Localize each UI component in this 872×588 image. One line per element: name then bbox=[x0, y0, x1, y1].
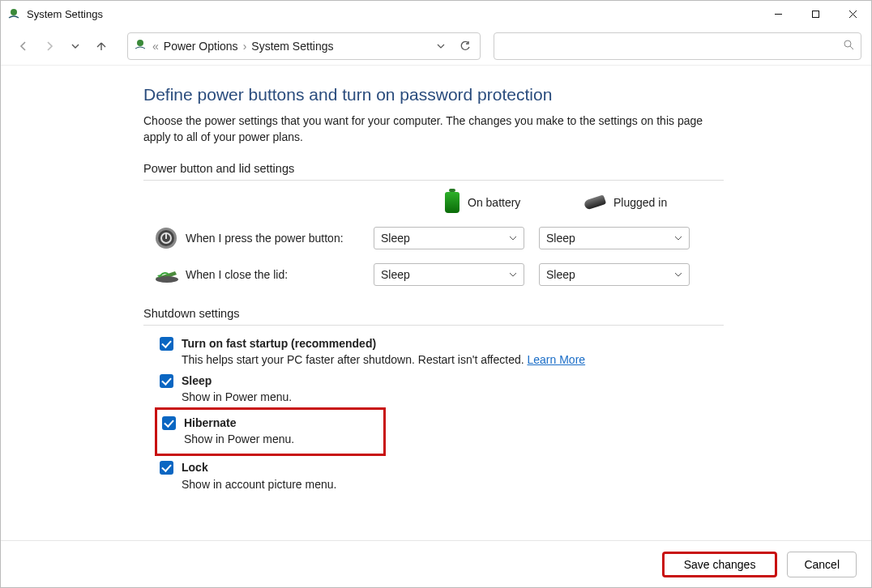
save-button[interactable]: Save changes bbox=[662, 552, 778, 577]
on-battery-label: On battery bbox=[468, 196, 520, 209]
toolbar: « Power Options › System Settings bbox=[1, 27, 871, 66]
svg-point-0 bbox=[11, 9, 17, 15]
svg-rect-2 bbox=[812, 11, 819, 17]
chevron-down-icon bbox=[674, 271, 682, 279]
hibernate-title: Hibernate bbox=[184, 416, 237, 429]
fast-startup-item: Turn on fast startup (recommended)This h… bbox=[160, 332, 724, 370]
hibernate-desc: Show in Power menu. bbox=[184, 432, 294, 445]
power-button-label: When I press the power button: bbox=[186, 232, 374, 245]
plugged-in-label: Plugged in bbox=[613, 196, 667, 209]
breadcrumb-current[interactable]: System Settings bbox=[251, 40, 333, 53]
recent-dropdown[interactable] bbox=[64, 35, 87, 58]
lid-row: When I close the lid: Sleep Sleep bbox=[143, 257, 724, 292]
fast-startup-desc: This helps start your PC faster after sh… bbox=[182, 353, 524, 366]
shutdown-section-header: Shutdown settings bbox=[143, 307, 871, 320]
chevron-left-icon: « bbox=[152, 40, 159, 53]
app-icon bbox=[7, 7, 20, 20]
chevron-down-icon bbox=[509, 234, 517, 242]
column-headers: On battery Plugged in bbox=[143, 181, 724, 219]
fast-startup-checkbox[interactable] bbox=[160, 337, 173, 351]
lid-label: When I close the lid: bbox=[186, 268, 374, 281]
page-heading: Define power buttons and turn on passwor… bbox=[143, 85, 871, 104]
lock-item: LockShow in account picture menu. bbox=[160, 456, 724, 494]
address-dropdown[interactable] bbox=[431, 36, 451, 56]
address-bar[interactable]: « Power Options › System Settings bbox=[127, 32, 481, 60]
chevron-down-icon bbox=[674, 234, 682, 242]
sleep-item: SleepShow in Power menu. bbox=[160, 369, 724, 407]
lid-plugged-select[interactable]: Sleep bbox=[539, 263, 690, 286]
lid-battery-select[interactable]: Sleep bbox=[374, 263, 524, 286]
control-panel-icon bbox=[133, 37, 147, 54]
svg-point-12 bbox=[156, 276, 178, 283]
svg-point-6 bbox=[844, 40, 851, 47]
hibernate-item: HibernateShow in Power menu. bbox=[162, 411, 294, 450]
hibernate-checkbox[interactable] bbox=[162, 416, 176, 430]
hibernate-highlight: HibernateShow in Power menu. bbox=[155, 407, 386, 457]
forward-button[interactable] bbox=[38, 35, 61, 58]
power-section-header: Power button and lid settings bbox=[143, 162, 871, 175]
footer: Save changes Cancel bbox=[1, 540, 871, 587]
learn-more-link[interactable]: Learn More bbox=[528, 353, 586, 366]
laptop-icon bbox=[152, 263, 181, 286]
system-settings-window: System Settings « Power Options › System… bbox=[0, 0, 872, 588]
up-button[interactable] bbox=[90, 35, 113, 58]
minimize-button[interactable] bbox=[759, 1, 797, 27]
fast-startup-title: Turn on fast startup (recommended) bbox=[182, 337, 376, 350]
plug-icon bbox=[583, 194, 606, 210]
cancel-button[interactable]: Cancel bbox=[787, 552, 857, 577]
chevron-right-icon: › bbox=[243, 40, 247, 53]
breadcrumb-parent[interactable]: Power Options bbox=[164, 40, 238, 53]
titlebar: System Settings bbox=[1, 1, 871, 27]
sleep-title: Sleep bbox=[182, 374, 212, 387]
sleep-checkbox[interactable] bbox=[160, 374, 173, 388]
lock-title: Lock bbox=[182, 461, 208, 474]
close-button[interactable] bbox=[834, 1, 871, 27]
svg-point-5 bbox=[137, 40, 143, 46]
power-button-battery-select[interactable]: Sleep bbox=[374, 227, 524, 249]
window-title: System Settings bbox=[27, 8, 103, 20]
lock-desc: Show in account picture menu. bbox=[182, 478, 336, 491]
power-button-plugged-select[interactable]: Sleep bbox=[539, 227, 690, 249]
lock-checkbox[interactable] bbox=[160, 461, 173, 475]
back-button[interactable] bbox=[12, 35, 35, 58]
search-icon bbox=[843, 39, 854, 53]
power-icon bbox=[152, 226, 181, 250]
sleep-desc: Show in Power menu. bbox=[182, 390, 292, 403]
page-description: Choose the power settings that you want … bbox=[143, 113, 711, 146]
svg-line-7 bbox=[850, 46, 853, 49]
battery-icon bbox=[445, 192, 460, 213]
content-area: Define power buttons and turn on passwor… bbox=[1, 66, 871, 540]
search-input[interactable] bbox=[494, 32, 861, 60]
maximize-button[interactable] bbox=[797, 1, 834, 27]
power-button-row: When I press the power button: Sleep Sle… bbox=[143, 219, 724, 257]
chevron-down-icon bbox=[509, 271, 517, 279]
refresh-button[interactable] bbox=[455, 36, 475, 56]
